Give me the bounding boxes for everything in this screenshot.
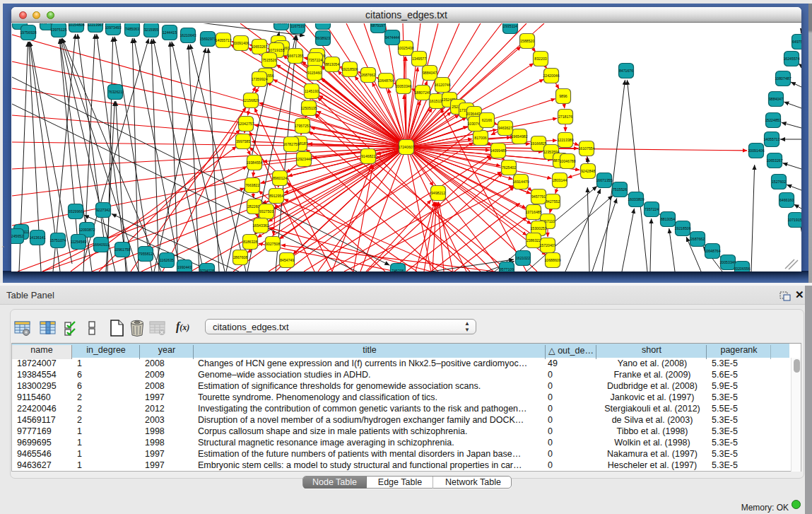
svg-text:10648764: 10648764	[704, 249, 720, 253]
svg-text:9884047: 9884047	[423, 71, 437, 75]
svg-text:10046788: 10046788	[559, 159, 575, 163]
svg-text:2718176: 2718176	[558, 115, 572, 119]
svg-text:7955812: 7955812	[139, 252, 153, 256]
svg-text:20091406: 20091406	[748, 148, 764, 153]
svg-text:9327508: 9327508	[266, 242, 280, 246]
svg-text:16120746: 16120746	[434, 83, 450, 87]
svg-text:9577109: 9577109	[500, 267, 514, 271]
svg-text:12093872: 12093872	[78, 228, 95, 232]
svg-text:16671355: 16671355	[596, 178, 612, 182]
svg-text:9327503: 9327503	[259, 209, 273, 214]
svg-text:1621022: 1621022	[516, 256, 530, 260]
svg-text:8454749: 8454749	[280, 258, 294, 262]
svg-text:8938923: 8938923	[316, 36, 330, 40]
svg-text:9896: 9896	[559, 94, 567, 98]
svg-text:16033809: 16033809	[628, 197, 644, 201]
svg-text:62166: 62166	[482, 118, 493, 122]
svg-text:2386322: 2386322	[526, 238, 541, 243]
svg-text:3215955: 3215955	[144, 28, 158, 32]
svg-text:7357224: 7357224	[308, 58, 322, 62]
svg-text:1349577: 1349577	[412, 57, 426, 61]
svg-text:12213389: 12213389	[557, 138, 573, 142]
svg-text:13716485: 13716485	[525, 210, 541, 214]
svg-text:16640910: 16640910	[93, 243, 109, 247]
svg-text:9463627: 9463627	[498, 126, 512, 130]
svg-text:2687662: 2687662	[690, 237, 705, 241]
svg-text:14055713: 14055713	[763, 137, 779, 141]
svg-text:17240607: 17240607	[398, 145, 414, 149]
svg-text:14099485: 14099485	[490, 148, 506, 153]
svg-text:12042757: 12042757	[237, 122, 254, 126]
svg-text:10973493: 10973493	[105, 25, 121, 30]
svg-text:1990443: 1990443	[177, 265, 192, 269]
svg-text:1244415: 1244415	[163, 30, 177, 35]
svg-text:19218506: 19218506	[341, 67, 358, 71]
svg-text:10653267: 10653267	[251, 45, 267, 49]
svg-text:20053346: 20053346	[719, 260, 736, 264]
svg-text:9794028: 9794028	[200, 269, 214, 271]
svg-text:10154808: 10154808	[68, 23, 84, 27]
svg-text:1145193: 1145193	[305, 89, 319, 93]
svg-text:7625402: 7625402	[502, 165, 516, 170]
svg-text:16210643: 16210643	[180, 33, 196, 37]
svg-text:9457791: 9457791	[531, 194, 546, 199]
svg-text:15751074: 15751074	[49, 238, 66, 243]
svg-text:9227342: 9227342	[96, 208, 110, 212]
svg-text:19218506: 19218506	[674, 226, 690, 230]
svg-text:19166825: 19166825	[530, 141, 546, 146]
svg-text:10648764: 10648764	[377, 78, 394, 83]
svg-text:7357224: 7357224	[645, 207, 659, 211]
svg-text:7663822: 7663822	[245, 183, 259, 187]
svg-text:19756928: 19756928	[20, 30, 36, 35]
svg-text:16107554: 16107554	[578, 146, 594, 151]
svg-text:17016504: 17016504	[273, 23, 289, 25]
svg-text:8912954: 8912954	[269, 194, 283, 198]
svg-text:12923446: 12923446	[295, 157, 312, 161]
svg-text:2803144: 2803144	[553, 178, 567, 182]
svg-text:10961758: 10961758	[114, 247, 130, 252]
svg-text:8186328: 8186328	[243, 240, 257, 244]
svg-text:7632621: 7632621	[108, 90, 122, 94]
svg-text:1640953: 1640953	[316, 23, 330, 24]
svg-text:9245652: 9245652	[11, 234, 23, 238]
svg-text:12156829: 12156829	[242, 98, 259, 103]
svg-text:16782759: 16782759	[283, 142, 299, 146]
svg-text:9146821: 9146821	[361, 154, 375, 158]
svg-text:12213967: 12213967	[87, 23, 103, 27]
svg-text:9115460: 9115460	[307, 71, 322, 75]
svg-text:22420046: 22420046	[543, 74, 559, 78]
svg-text:8813054: 8813054	[661, 217, 675, 221]
svg-text:20053346: 20053346	[395, 84, 411, 88]
svg-text:9329966: 9329966	[69, 209, 83, 214]
svg-text:7485063: 7485063	[125, 27, 139, 31]
svg-text:10719155: 10719155	[268, 48, 284, 52]
svg-text:746206: 746206	[392, 269, 404, 271]
svg-text:1167533: 1167533	[290, 24, 305, 28]
svg-text:1527602: 1527602	[772, 180, 786, 184]
svg-text:10025438: 10025438	[397, 46, 413, 50]
svg-text:13975125: 13975125	[50, 28, 66, 32]
svg-text:3997585: 3997585	[236, 139, 250, 144]
svg-text:17359924: 17359924	[251, 77, 267, 81]
svg-text:16671355: 16671355	[287, 54, 303, 58]
svg-text:832203: 832203	[534, 57, 546, 61]
svg-text:7515526: 7515526	[613, 187, 627, 192]
svg-text:10653267: 10653267	[766, 158, 782, 163]
svg-text:15692971: 15692971	[199, 37, 216, 41]
svg-text:14136141: 14136141	[29, 235, 45, 240]
svg-text:19654982: 19654982	[511, 134, 527, 139]
svg-text:1162635: 1162635	[160, 258, 174, 262]
svg-text:2867608: 2867608	[233, 255, 247, 259]
svg-text:1588520: 1588520	[520, 39, 534, 43]
svg-text:17957253: 17957253	[294, 124, 310, 128]
svg-text:11254549: 11254549	[71, 240, 87, 244]
svg-text:6899695: 6899695	[13, 23, 27, 24]
svg-text:8960124: 8960124	[273, 176, 287, 180]
svg-text:15300253: 15300253	[530, 226, 546, 230]
svg-text:6466160: 6466160	[779, 198, 794, 202]
svg-text:10719155: 10719155	[787, 218, 801, 222]
svg-text:817006: 817006	[474, 136, 486, 140]
svg-text:10807487: 10807487	[775, 76, 791, 81]
svg-text:15224851: 15224851	[765, 118, 781, 122]
svg-text:9884047: 9884047	[769, 97, 783, 101]
